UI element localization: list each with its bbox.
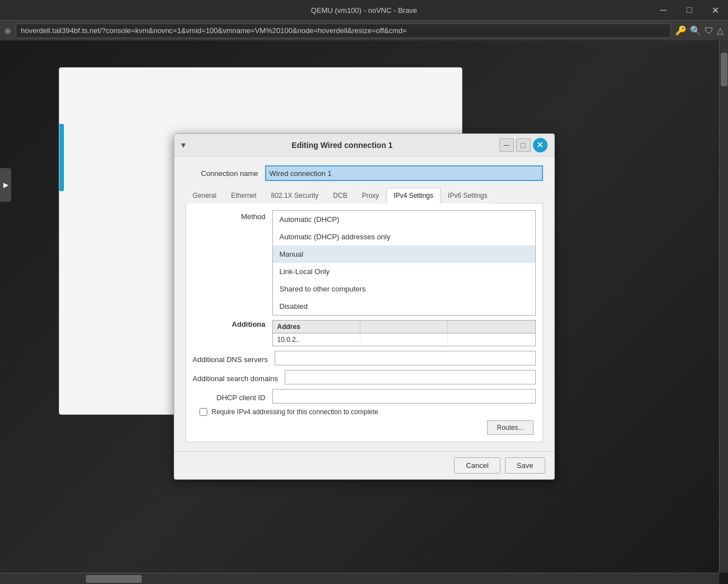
routes-section: Routes... [193, 420, 536, 435]
dialog-titlebar-left: ▾ [181, 140, 186, 150]
gateway-cell [448, 333, 535, 346]
browser-maximize-btn[interactable]: □ [676, 0, 702, 20]
scrollbar-thumb-bottom[interactable] [86, 575, 142, 583]
address-cell: 10.0.2.. [273, 333, 360, 346]
dns-servers-input[interactable] [275, 351, 536, 365]
dialog-title: Editing Wired connection 1 [186, 141, 499, 150]
additional-addresses-label: Additiona [193, 320, 266, 328]
dialog-footer: Cancel Save [174, 451, 554, 479]
dhcp-client-id-label: DHCP client ID [193, 391, 266, 402]
dialog-close-btn[interactable]: ✕ [533, 138, 548, 152]
dialog-controls: ─ □ ✕ [499, 138, 548, 152]
tab-dcb[interactable]: DCB [326, 188, 354, 203]
dialog-editing-connection: ▾ Editing Wired connection 1 ─ □ ✕ Conne… [174, 133, 555, 480]
scrollbar-bottom[interactable] [0, 573, 719, 584]
tab-ethernet[interactable]: Ethernet [224, 188, 263, 203]
require-ipv4-checkbox[interactable] [200, 408, 207, 416]
modal-overlay: ▾ Editing Wired connection 1 ─ □ ✕ Conne… [0, 40, 728, 573]
dropdown-list: Automatic (DHCP) Automatic (DHCP) addres… [272, 210, 536, 316]
brave-rewards-icon[interactable]: △ [717, 25, 724, 36]
zoom-icon[interactable]: 🔍 [690, 25, 701, 36]
dhcp-client-id-row: DHCP client ID [193, 389, 536, 404]
connection-name-label: Connection name [186, 169, 258, 178]
dropdown-item-link-local[interactable]: Link-Local Only [273, 263, 535, 280]
tab-content-ipv4: Method Automatic (DHCP) Automatic (DHCP)… [186, 203, 543, 442]
tab-ipv6-settings[interactable]: IPv6 Settings [440, 188, 495, 203]
address-bar-icon: ⊕ [4, 26, 11, 35]
dialog-body: Connection name General Ethernet 802.1X … [174, 156, 554, 451]
dialog-maximize-btn[interactable]: □ [516, 138, 531, 152]
search-domains-label: Additional search domains [193, 372, 278, 383]
dropdown-item-disabled[interactable]: Disabled [273, 298, 535, 315]
browser-chrome: QEMU (vm100) - noVNC - Brave ─ □ ✕ ⊕ hov… [0, 0, 728, 40]
dhcp-client-id-input[interactable] [272, 389, 536, 404]
dns-servers-label: Additional DNS servers [193, 353, 268, 364]
address-row-1[interactable]: 10.0.2.. [273, 333, 535, 346]
col-netmask [360, 321, 448, 333]
browser-close-btn[interactable]: ✕ [702, 0, 728, 20]
browser-title: QEMU (vm100) - noVNC - Brave [311, 6, 417, 15]
save-button[interactable]: Save [505, 457, 545, 474]
connection-name-row: Connection name [186, 165, 543, 181]
url-bar[interactable]: hoverdell.tail394bf.ts.net/?console=kvm&… [16, 24, 671, 38]
dropdown-item-shared[interactable]: Shared to other computers [273, 280, 535, 298]
dns-servers-row: Additional DNS servers [193, 351, 536, 365]
tab-8021x-security[interactable]: 802.1X Security [264, 188, 326, 203]
search-domains-row: Additional search domains [193, 370, 536, 384]
addresses-table-header: Addres [273, 321, 535, 333]
tabs: General Ethernet 802.1X Security DCB Pro… [186, 188, 543, 203]
search-domains-input[interactable] [285, 370, 536, 384]
dialog-minimize-btn[interactable]: ─ [499, 138, 514, 152]
cancel-button[interactable]: Cancel [454, 457, 500, 474]
dialog-titlebar: ▾ Editing Wired connection 1 ─ □ ✕ [174, 134, 554, 156]
title-bar-controls: ─ □ ✕ [651, 0, 728, 20]
address-bar: ⊕ hoverdell.tail394bf.ts.net/?console=kv… [0, 20, 728, 40]
tab-general[interactable]: General [186, 188, 224, 203]
col-gateway [448, 321, 535, 333]
title-bar: QEMU (vm100) - noVNC - Brave ─ □ ✕ [0, 0, 728, 20]
dropdown-item-auto-dhcp[interactable]: Automatic (DHCP) [273, 211, 535, 228]
tab-ipv4-settings[interactable]: IPv4 Settings [386, 188, 440, 203]
dropdown-item-manual[interactable]: Manual [273, 245, 535, 263]
require-ipv4-row: Require IPv4 addressing for this connect… [193, 408, 536, 416]
col-address: Addres [273, 321, 360, 333]
netmask-cell [360, 333, 448, 346]
dialog-menu-btn[interactable]: ▾ [181, 140, 186, 150]
brave-shield-icon[interactable]: 🛡 [704, 26, 713, 36]
address-bar-right: 🔑 🔍 🛡 △ [675, 25, 724, 36]
addresses-table: Addres 10.0.2.. [272, 320, 536, 346]
routes-button[interactable]: Routes... [487, 420, 533, 435]
dropdown-item-auto-dhcp-addr[interactable]: Automatic (DHCP) addresses only [273, 228, 535, 245]
browser-minimize-btn[interactable]: ─ [651, 0, 676, 20]
additional-addresses-section: Additiona Addres 10.0.2.. [193, 320, 536, 346]
tab-proxy[interactable]: Proxy [355, 188, 387, 203]
connection-name-input[interactable] [265, 165, 543, 181]
method-row: Method Automatic (DHCP) Automatic (DHCP)… [193, 210, 536, 316]
key-icon[interactable]: 🔑 [675, 25, 687, 36]
method-dropdown[interactable]: Automatic (DHCP) Automatic (DHCP) addres… [272, 210, 536, 316]
method-label: Method [193, 210, 266, 221]
require-ipv4-label: Require IPv4 addressing for this connect… [212, 408, 379, 416]
